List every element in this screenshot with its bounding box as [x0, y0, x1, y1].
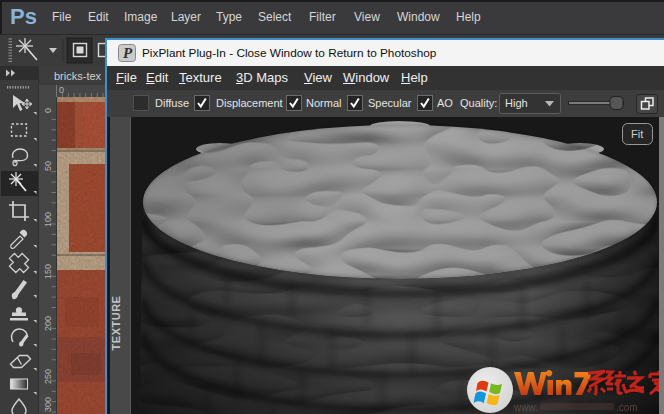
svg-text:100: 100 — [43, 212, 53, 227]
svg-text:300: 300 — [43, 397, 53, 412]
svg-text:.com: .com — [616, 402, 638, 413]
svg-text:www.: www. — [513, 402, 538, 413]
svg-text:P: P — [123, 45, 133, 61]
svg-text:Fit: Fit — [631, 128, 643, 140]
svg-text:250: 250 — [43, 369, 53, 384]
svg-text:0: 0 — [43, 108, 53, 113]
svg-text:50: 50 — [43, 161, 53, 171]
svg-text:200: 200 — [43, 316, 53, 331]
svg-text:150: 150 — [43, 264, 53, 279]
